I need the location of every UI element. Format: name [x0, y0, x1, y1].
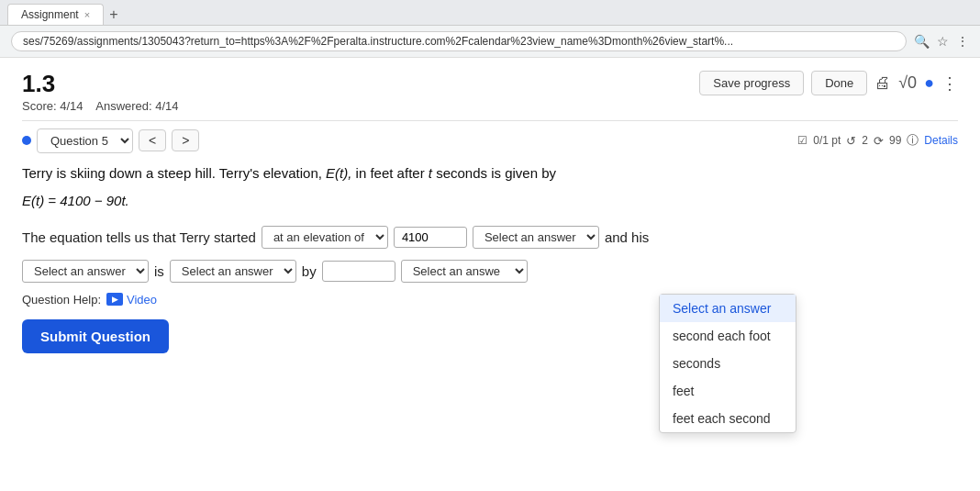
url-display[interactable]: ses/75269/assignments/1305043?return_to=… — [11, 31, 907, 51]
question-dot — [22, 136, 31, 145]
history-icon[interactable]: ⟳ — [874, 134, 884, 148]
save-progress-button[interactable]: Save progress — [699, 71, 804, 95]
answer-select-2[interactable]: Select an answer second each foot second… — [22, 260, 149, 283]
answer-select-4[interactable]: Select an answe second each foot seconds… — [401, 260, 528, 283]
retry-icon[interactable]: ↺ — [846, 134, 856, 148]
question-dropdown[interactable]: Question 5 — [37, 128, 133, 153]
video-icon: ▶ — [106, 293, 123, 306]
question-selector: Question 5 < > — [22, 128, 199, 153]
sqrt-icon: √0 — [898, 73, 917, 93]
by-text: by — [302, 259, 317, 284]
answered-label: Answered: 4/14 — [95, 99, 178, 113]
answer-select-3[interactable]: Select an answer second each foot second… — [170, 260, 296, 283]
new-tab-btn[interactable]: + — [104, 6, 123, 23]
history-count: 99 — [889, 134, 901, 147]
active-tab[interactable]: Assignment × — [7, 4, 104, 25]
elevation-dropdown[interactable]: at an elevation of — [262, 226, 388, 249]
answer-dropdown-popup: Select an answer second each foot second… — [659, 294, 796, 368]
retry-count: 2 — [862, 134, 868, 147]
question-nav-row: Question 5 < > ☑ 0/1 pt ↺ 2 ⟳ 99 ⓘ Detai… — [22, 128, 958, 153]
header-divider — [22, 120, 958, 121]
question-help-row: Question Help: ▶ Video — [22, 293, 958, 307]
rate-value-input[interactable] — [322, 261, 395, 282]
page-title: 1.3 — [22, 71, 179, 97]
details-link[interactable]: Details — [924, 134, 958, 147]
help-label: Question Help: — [22, 293, 101, 307]
score-label: Score: 4/14 — [22, 99, 84, 113]
fill-row-2: Select an answer second each foot second… — [22, 259, 958, 284]
page-content: 1.3 Score: 4/14 Answered: 4/14 Save prog… — [0, 58, 980, 368]
submit-question-button[interactable]: Submit Question — [22, 319, 169, 353]
dropdown-option-seconds[interactable]: seconds — [660, 350, 796, 368]
question-body: Terry is skiing down a steep hill. Terry… — [22, 162, 958, 212]
toggle-icon[interactable]: ● — [924, 73, 934, 93]
question-text-line1: Terry is skiing down a steep hill. Terry… — [22, 162, 958, 184]
et-variable: E(t), — [326, 165, 351, 181]
is-text: is — [154, 259, 164, 284]
score-row: Score: 4/14 Answered: 4/14 — [22, 99, 179, 113]
prev-question-button[interactable]: < — [139, 129, 166, 151]
page-header: 1.3 Score: 4/14 Answered: 4/14 Save prog… — [22, 71, 958, 113]
pts-row: ☑ 0/1 pt ↺ 2 ⟳ 99 ⓘ Details — [797, 132, 958, 149]
browser-menu-icon[interactable]: ⋮ — [956, 34, 969, 49]
info-icon[interactable]: ⓘ — [907, 132, 919, 149]
title-block: 1.3 Score: 4/14 Answered: 4/14 — [22, 71, 179, 113]
equation-display: E(t) = 4100 − 90t. — [22, 190, 958, 212]
header-more-icon[interactable]: ⋮ — [941, 73, 958, 94]
fill-text-1: The equation tells us that Terry started — [22, 225, 256, 250]
print-icon[interactable]: 🖨 — [874, 73, 891, 93]
tab-bar: Assignment × + — [0, 0, 980, 26]
header-buttons: Save progress Done 🖨 √0 ● ⋮ — [699, 71, 958, 95]
dropdown-option-second-each-foot[interactable]: second each foot — [660, 322, 796, 350]
video-label: Video — [127, 293, 157, 307]
answer-select-1[interactable]: Select an answer second each foot second… — [473, 226, 599, 249]
next-question-button[interactable]: > — [172, 129, 199, 151]
done-button[interactable]: Done — [811, 71, 867, 95]
dropdown-option-select-answer[interactable]: Select an answer — [660, 295, 796, 322]
fill-row-1: The equation tells us that Terry started… — [22, 225, 958, 250]
elevation-value-input[interactable] — [394, 227, 467, 248]
and-his-text: and his — [605, 225, 649, 250]
tab-close-btn[interactable]: × — [84, 9, 90, 20]
star-icon[interactable]: ☆ — [937, 34, 949, 49]
video-help-link[interactable]: ▶ Video — [106, 293, 157, 307]
browser-address-bar: ses/75269/assignments/1305043?return_to=… — [0, 26, 980, 58]
checkbox-icon: ☑ — [797, 134, 807, 147]
t-variable: t — [429, 165, 432, 181]
pts-label: 0/1 pt — [813, 134, 841, 147]
search-icon[interactable]: 🔍 — [914, 34, 930, 49]
tab-title: Assignment — [21, 8, 79, 21]
